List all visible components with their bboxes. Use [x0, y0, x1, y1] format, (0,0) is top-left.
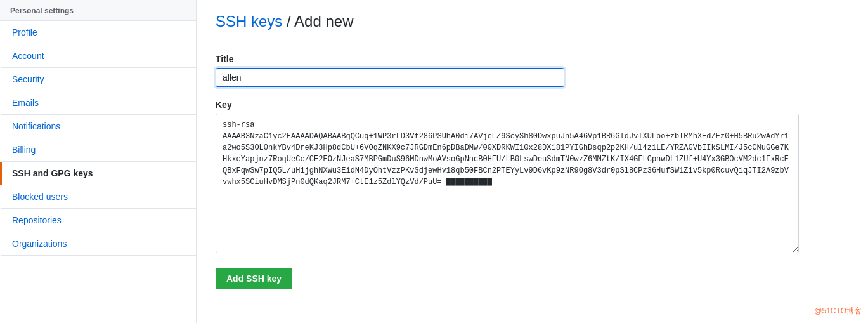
key-group: Key: [216, 100, 849, 255]
sidebar-item-profile[interactable]: Profile: [0, 21, 196, 44]
title-label: Title: [216, 54, 849, 64]
sidebar-item-account[interactable]: Account: [0, 44, 196, 68]
sidebar-item-emails[interactable]: Emails: [0, 91, 196, 115]
watermark: @51CTO博客: [814, 306, 862, 317]
sidebar-item-blocked-users[interactable]: Blocked users: [0, 185, 196, 209]
sidebar-header: Personal settings: [0, 0, 196, 21]
breadcrumb: SSH keys / Add new: [216, 13, 849, 41]
add-ssh-key-button[interactable]: Add SSH key: [216, 268, 292, 289]
sidebar-item-repositories[interactable]: Repositories: [0, 209, 196, 232]
main-content: SSH keys / Add new Title Key Add SSH key: [197, 0, 868, 323]
key-label: Key: [216, 100, 849, 110]
breadcrumb-current: Add new: [294, 13, 353, 30]
sidebar-item-organizations[interactable]: Organizations: [0, 232, 196, 256]
sidebar-item-billing[interactable]: Billing: [0, 138, 196, 162]
sidebar: Personal settings Profile Account Securi…: [0, 0, 197, 323]
sidebar-item-ssh-gpg-keys[interactable]: SSH and GPG keys: [0, 162, 196, 185]
sidebar-item-security[interactable]: Security: [0, 68, 196, 91]
key-textarea[interactable]: [216, 114, 799, 253]
sidebar-item-notifications[interactable]: Notifications: [0, 115, 196, 138]
title-input[interactable]: [216, 68, 564, 87]
breadcrumb-separator: /: [282, 13, 294, 30]
title-group: Title: [216, 54, 849, 87]
breadcrumb-link[interactable]: SSH keys: [216, 13, 282, 30]
